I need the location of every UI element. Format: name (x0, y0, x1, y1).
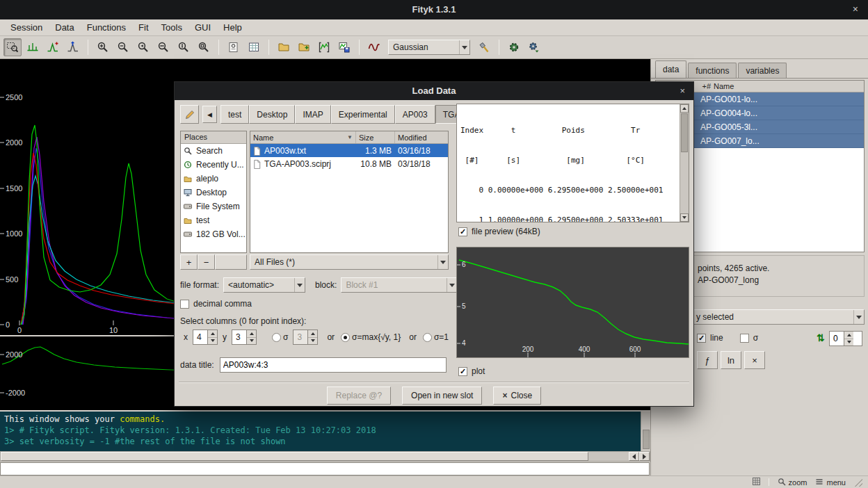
shift-spinner[interactable]: 0 (829, 331, 862, 346)
menu-status[interactable]: menu (826, 478, 846, 487)
line-checkbox[interactable]: ✓ (697, 334, 706, 343)
data-log-button[interactable]: ln (721, 351, 741, 369)
place-recent[interactable]: Recently U... (181, 158, 246, 172)
menu-functions[interactable]: Functions (81, 20, 132, 35)
y-column-spinner[interactable]: 3 (232, 330, 257, 345)
spinner-arrows-icon[interactable] (844, 332, 853, 345)
column-modified[interactable]: Modified (395, 131, 448, 143)
resize-grip[interactable] (854, 478, 862, 487)
sigma-column-radio[interactable] (272, 333, 281, 342)
preview-scrollbar-thumb[interactable] (681, 113, 688, 152)
sigma-checkbox[interactable] (740, 334, 749, 343)
console-vscrollbar-thumb[interactable] (643, 430, 650, 449)
data-table-button[interactable] (245, 38, 263, 56)
drag-peak-mode-button[interactable] (64, 38, 82, 56)
open-in-new-slot-button[interactable]: Open in new slot (402, 387, 482, 405)
zoom-vertical-button[interactable] (175, 38, 193, 56)
path-back-button[interactable]: ◀ (202, 106, 217, 123)
dialog-close-button[interactable]: × (680, 82, 685, 100)
run-script-alt-button[interactable] (525, 38, 543, 56)
menu-gui[interactable]: GUI (188, 20, 217, 35)
x-column-spinner[interactable]: 4 (193, 330, 218, 345)
zoom-all-button[interactable] (195, 38, 213, 56)
gui-config-button[interactable] (225, 38, 243, 56)
data-transform-button[interactable]: ƒ (697, 351, 718, 369)
place-desktop[interactable]: Desktop (181, 186, 246, 200)
add-peak-mode-button[interactable] (44, 38, 62, 56)
menu-tools[interactable]: Tools (155, 20, 188, 35)
file-type-select[interactable]: All Files (*) (250, 254, 449, 270)
path-crumb-imap[interactable]: IMAP (295, 105, 330, 124)
remove-place-button[interactable]: − (198, 254, 215, 270)
file-row-selected[interactable]: AP003w.txt 1.3 MB 03/16/18 (250, 144, 448, 157)
place-search[interactable]: Search (181, 144, 246, 158)
scroll-right-icon[interactable] (639, 452, 650, 461)
export-image-button[interactable] (315, 38, 333, 56)
data-title-input[interactable] (220, 357, 447, 373)
scroll-left-icon[interactable] (629, 452, 639, 461)
path-crumb-experimental[interactable]: Experimental (331, 105, 395, 124)
path-crumb-test[interactable]: test (220, 105, 249, 124)
console-hscrollbar[interactable] (0, 451, 650, 462)
replace-button[interactable]: Replace @? (327, 387, 391, 405)
spinner-arrows-icon[interactable] (207, 330, 217, 344)
place-home[interactable]: aleplo (181, 172, 246, 186)
data-delete-button[interactable]: × (744, 351, 765, 369)
add-place-button[interactable]: + (180, 254, 198, 270)
column-name[interactable]: Name▼ (250, 131, 356, 143)
x-column-value: 4 (193, 330, 207, 344)
block-select[interactable]: Block #1 (341, 277, 458, 293)
path-crumb-ap003[interactable]: AP003 (395, 105, 435, 124)
window-close-button[interactable]: × (853, 3, 858, 15)
close-button[interactable]: ×Close (493, 387, 541, 405)
type-filename-button[interactable] (180, 105, 199, 124)
decimal-comma-checkbox[interactable] (180, 300, 189, 309)
zoom-horizontal-button[interactable] (154, 38, 172, 56)
zoom-previous-button[interactable] (134, 38, 152, 56)
save-image-button[interactable] (335, 38, 353, 56)
place-volume[interactable]: 182 GB Vol... (181, 227, 246, 241)
zoom-status[interactable]: zoom (789, 478, 807, 487)
file-row[interactable]: TGA-AP003.sciprj 10.8 MB 03/18/18 (250, 157, 448, 170)
recent-icon (184, 161, 193, 170)
hscrollbar-track[interactable] (588, 452, 629, 461)
place-file-system[interactable]: File System (181, 200, 246, 213)
menu-help[interactable]: Help (217, 20, 248, 35)
function-type-select[interactable]: Gaussian (388, 40, 470, 55)
scroll-down-icon[interactable] (680, 213, 689, 222)
command-input[interactable] (0, 462, 650, 475)
load-data-dialog: Load Data × ◀ test Desktop IMAP Experime… (174, 81, 694, 407)
file-preview-checkbox[interactable]: ✓ (458, 227, 467, 236)
hscrollbar-thumb[interactable] (1, 452, 588, 461)
console-vscrollbar[interactable] (641, 412, 650, 451)
zoom-mode-button[interactable] (3, 38, 22, 56)
fit-button[interactable] (365, 38, 383, 56)
menu-session[interactable]: Session (4, 20, 49, 35)
tab-variables[interactable]: variables (738, 63, 787, 78)
sigma-column-spinner[interactable]: 3 (293, 330, 318, 345)
dataset-header-name: Name (711, 82, 734, 90)
column-size[interactable]: Size (356, 131, 395, 143)
data-range-mode-button[interactable] (24, 38, 42, 56)
run-script-button[interactable] (505, 38, 523, 56)
shift-spinner-value: 0 (830, 332, 844, 345)
scroll-up-icon[interactable] (680, 104, 689, 113)
file-format-select[interactable]: <automatic> (223, 277, 305, 293)
zoom-in-button[interactable] (94, 38, 112, 56)
open-data-button[interactable] (275, 38, 293, 56)
add-function-button[interactable] (475, 38, 493, 56)
sigma-max-radio[interactable] (341, 333, 350, 342)
spinner-arrows-icon[interactable] (246, 330, 256, 344)
place-test[interactable]: test (181, 213, 246, 227)
open-data-slot-button[interactable] (295, 38, 313, 56)
menu-fit[interactable]: Fit (132, 20, 154, 35)
sigma-one-radio[interactable] (423, 333, 432, 342)
path-crumb-desktop[interactable]: Desktop (249, 105, 295, 124)
tab-data[interactable]: data (655, 60, 686, 78)
preview-scrollbar[interactable] (680, 104, 689, 222)
zoom-out-button[interactable] (114, 38, 132, 56)
plot-checkbox[interactable]: ✓ (458, 367, 467, 376)
tab-functions[interactable]: functions (688, 63, 737, 78)
status-divider (769, 478, 769, 486)
menu-data[interactable]: Data (49, 20, 80, 35)
